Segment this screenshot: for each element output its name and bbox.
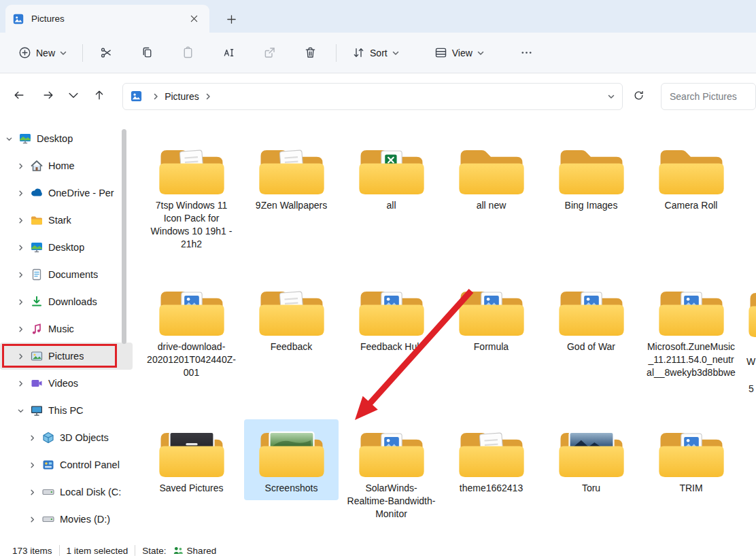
sidebar-scrollbar[interactable] [122,129,126,344]
chevron-right-icon[interactable] [16,326,25,333]
view-button[interactable]: View [427,40,492,65]
chevron-right-icon[interactable] [27,461,37,469]
sidebar-item-label: Desktop [48,242,84,253]
chevron-right-icon[interactable] [16,244,25,251]
cut-button[interactable] [91,41,121,65]
chevron-right-icon[interactable] [27,489,37,496]
file-item-7tsp-windows-11-icon-pack-for-[interactable]: 7tsp Windows 11 Icon Pack for Windows 10… [144,137,239,256]
file-item-partial[interactable] [746,283,756,340]
refresh-button[interactable] [628,85,650,108]
up-button[interactable] [88,85,110,108]
chevron-right-icon[interactable] [16,162,25,170]
sidebar-item-label: 3D Objects [60,432,109,443]
file-label: Microsoft.ZuneMusic_11.2111.54.0_neutral… [646,340,736,379]
search-input[interactable] [661,83,756,110]
new-button[interactable]: New [11,40,74,65]
sidebar-item-home[interactable]: Home [0,152,133,179]
new-tab-button[interactable] [222,12,241,29]
downloads-icon [30,295,44,309]
chevron-right-icon[interactable] [16,217,25,224]
sidebar-item-music[interactable]: Music [0,315,133,343]
monitor-icon [30,241,44,254]
recent-locations-button[interactable] [66,85,82,108]
delete-button[interactable] [295,41,325,65]
sidebar-item-label: Control Panel [60,459,120,470]
folder-icon [256,141,327,196]
folder-icon [556,282,627,338]
tab-close-button[interactable] [185,10,203,28]
chevron-down-icon[interactable] [4,135,14,143]
file-item-feedback-hub[interactable]: Feedback Hub [344,278,439,359]
onedrive-icon [30,186,44,200]
file-item-solarwinds-realtime-bandwidth-[interactable]: SolarWinds-Realtime-Bandwidth-Monitor [344,419,439,526]
chevron-right-icon[interactable] [16,271,25,279]
chevron-right-icon[interactable] [16,380,25,387]
file-label: W [746,356,755,367]
file-item-feedback[interactable]: Feedback [244,278,339,359]
file-item-bing-images[interactable]: Bing Images [544,137,638,217]
sidebar-item-pictures[interactable]: Pictures [0,343,133,370]
address-dropdown-button[interactable] [607,92,615,101]
shared-label[interactable]: Shared [187,546,217,556]
sidebar-item-local-disk-c[interactable]: Local Disk (C: [0,478,133,506]
home-icon [30,159,44,173]
breadcrumb-item-pictures[interactable]: Pictures [165,91,199,102]
chevron-right-icon[interactable] [16,353,25,360]
file-item-formula[interactable]: Formula [444,278,538,359]
sidebar-item-control-panel[interactable]: Control Panel [0,451,133,478]
sort-button[interactable]: Sort [345,40,407,65]
sidebar-item-stark[interactable]: Stark [0,207,133,234]
sidebar-item-3d-objects[interactable]: 3D Objects [0,424,133,451]
sidebar-item-documents[interactable]: Documents [0,261,133,288]
navigation-bar: Pictures [0,73,756,119]
more-options-button[interactable] [512,41,542,65]
toolbar-separator [336,44,337,62]
sidebar-item-videos[interactable]: Videos [0,370,133,397]
rename-button[interactable] [213,41,243,65]
file-label: 5 [749,383,754,394]
folder-icon [556,141,627,196]
file-item-all-new[interactable]: all new [444,137,538,217]
chevron-down-icon[interactable] [16,407,25,415]
file-item-camera-roll[interactable]: Camera Roll [644,137,738,217]
share-button[interactable] [254,41,284,65]
tab-pictures[interactable]: Pictures [5,5,209,33]
folder-icon [456,423,527,479]
trash-icon [303,46,317,60]
file-item-drive-download-20201201t042440[interactable]: drive-download-20201201T042440Z-001 [144,278,239,385]
copy-button[interactable] [132,41,162,65]
paste-button[interactable] [173,41,203,65]
forward-arrow-icon [41,88,55,104]
file-label: Camera Roll [665,199,718,212]
file-item-9zen-wallpapers[interactable]: 9Zen Wallpapers [244,137,339,217]
sidebar-item-movies-d[interactable]: Movies (D:) [0,506,133,533]
sidebar-item-downloads[interactable]: Downloads [0,288,133,315]
forward-button[interactable] [37,85,58,108]
chevron-right-icon[interactable] [16,190,25,197]
file-item-saved-pictures[interactable]: Saved Pictures [144,419,239,500]
folder-icon [356,141,427,196]
file-item-toru[interactable]: Toru [544,419,638,500]
file-item-screenshots[interactable]: Screenshots [244,419,339,500]
sort-icon [351,46,366,60]
back-button[interactable] [8,85,30,108]
sidebar-item-desktop[interactable]: Desktop [0,234,133,261]
chevron-down-icon [392,49,400,57]
chevron-right-icon[interactable] [27,516,37,523]
chevron-right-icon[interactable] [16,298,25,306]
file-item-god-of-war[interactable]: God of War [544,278,638,359]
file-item-all[interactable]: all [344,137,439,217]
sidebar-item-label: Videos [48,378,78,389]
file-item-trim[interactable]: TRIM [644,419,738,500]
file-label: Feedback [271,340,312,353]
file-item-theme1662413[interactable]: theme1662413 [444,419,538,500]
breadcrumb[interactable]: Pictures [122,83,622,110]
sidebar-item-this-pc[interactable]: This PC [0,397,133,424]
sidebar-item-desktop[interactable]: Desktop [0,125,133,152]
items-count: 173 items [12,546,52,556]
back-arrow-icon [12,88,26,104]
chevron-right-icon[interactable] [27,434,37,442]
pictures-icon [12,13,24,25]
file-item-microsoft-zunemusic-11-2111-54[interactable]: Microsoft.ZuneMusic_11.2111.54.0_neutral… [644,278,738,385]
sidebar-item-onedrive-per[interactable]: OneDrive - Per [0,179,133,207]
